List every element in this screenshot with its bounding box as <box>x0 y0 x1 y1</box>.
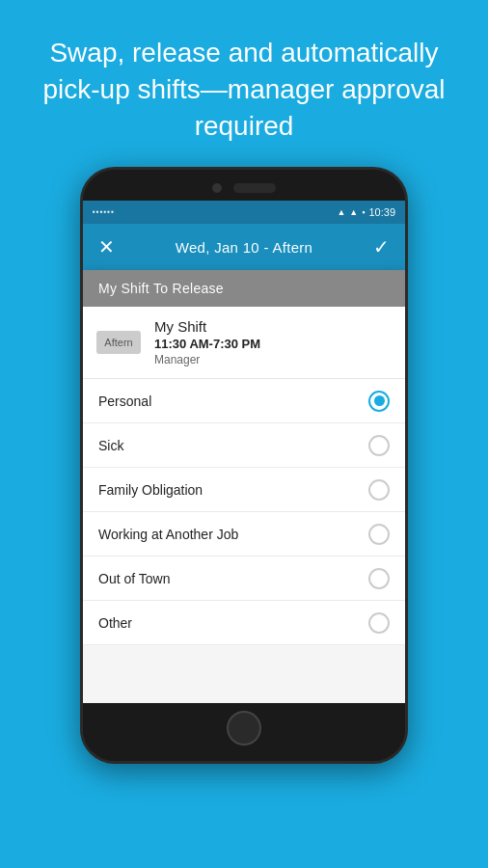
home-button[interactable] <box>227 711 261 746</box>
radio-label: Working at Another Job <box>98 527 238 542</box>
shift-row: Aftern My Shift 11:30 AM-7:30 PM Manager <box>83 307 405 379</box>
radio-label: Personal <box>98 393 151 409</box>
radio-unselected-icon <box>368 612 390 634</box>
radio-item[interactable]: Out of Town <box>83 556 405 601</box>
shift-info: My Shift 11:30 AM-7:30 PM Manager <box>154 318 260 366</box>
status-bar-left: ▪▪▪▪▪▪ <box>93 208 115 216</box>
close-button[interactable]: ✕ <box>98 235 115 258</box>
status-bar-right: ▲ ▲ ▪ 10:39 <box>337 206 395 218</box>
radio-unselected-icon <box>368 435 390 456</box>
dropdown-header-text: My Shift To Release <box>98 281 224 296</box>
status-time: 10:39 <box>368 206 395 218</box>
shift-name: My Shift <box>154 318 260 335</box>
wifi-icon: ▲ <box>337 208 345 217</box>
radio-label: Out of Town <box>98 571 170 586</box>
signal-icon: ▲ <box>349 208 358 217</box>
radio-label: Sick <box>98 438 123 453</box>
phone-body: ▪▪▪▪▪▪ ▲ ▲ ▪ 10:39 ✕ Wed, Jan 10 - After… <box>80 167 408 764</box>
shift-time: 11:30 AM-7:30 PM <box>154 337 260 351</box>
speaker-grille <box>233 183 276 193</box>
radio-item[interactable]: Personal <box>83 379 405 423</box>
radio-label: Other <box>98 615 132 631</box>
radio-item[interactable]: Other <box>83 601 405 645</box>
notification-icons: ▪▪▪▪▪▪ <box>93 208 115 216</box>
bottom-space <box>83 645 405 703</box>
toolbar-title: Wed, Jan 10 - Aftern <box>176 239 312 256</box>
phone-frame: ▪▪▪▪▪▪ ▲ ▲ ▪ 10:39 ✕ Wed, Jan 10 - After… <box>0 167 488 764</box>
status-bar: ▪▪▪▪▪▪ ▲ ▲ ▪ 10:39 <box>83 201 405 224</box>
radio-label: Family Obligation <box>98 482 203 498</box>
radio-unselected-icon <box>368 524 390 545</box>
radio-item[interactable]: Family Obligation <box>83 468 405 512</box>
dropdown-header: My Shift To Release <box>83 270 405 307</box>
phone-bottom-bar <box>83 703 405 761</box>
confirm-button[interactable]: ✓ <box>373 235 390 258</box>
reason-radio-list: PersonalSickFamily ObligationWorking at … <box>83 379 405 645</box>
battery-icon: ▪ <box>362 208 365 217</box>
radio-unselected-icon <box>368 568 390 589</box>
radio-item[interactable]: Working at Another Job <box>83 512 405 556</box>
camera-dot <box>212 183 222 193</box>
phone-top-bar <box>83 170 405 201</box>
radio-item[interactable]: Sick <box>83 423 405 468</box>
radio-selected-icon <box>368 391 390 412</box>
app-toolbar: ✕ Wed, Jan 10 - Aftern ✓ <box>83 224 405 270</box>
phone-screen: My Shift To Release Aftern My Shift 11:3… <box>83 270 405 703</box>
shift-dropdown-card: My Shift To Release Aftern My Shift 11:3… <box>83 270 405 379</box>
hero-text: Swap, release and automatically pick-up … <box>0 0 488 167</box>
radio-unselected-icon <box>368 479 390 501</box>
shift-manager: Manager <box>154 353 260 366</box>
shift-badge: Aftern <box>96 331 141 354</box>
